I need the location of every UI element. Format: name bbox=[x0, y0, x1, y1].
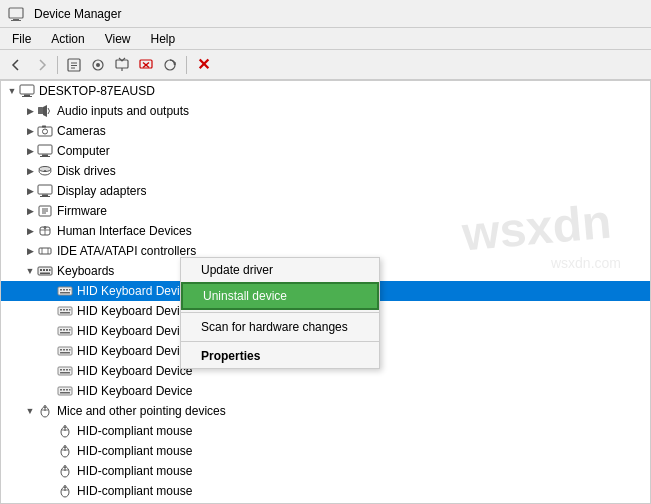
mouse-icon-2 bbox=[57, 443, 73, 459]
kbd5-expand-icon bbox=[43, 364, 57, 378]
kbd5-label: HID Keyboard Device bbox=[77, 364, 192, 378]
keyboards-label: Keyboards bbox=[57, 264, 114, 278]
menu-help[interactable]: Help bbox=[143, 30, 184, 48]
tree-audio[interactable]: ▶ Audio inputs and outputs bbox=[1, 101, 650, 121]
svg-rect-67 bbox=[60, 349, 62, 351]
svg-rect-62 bbox=[63, 329, 65, 331]
toolbar-properties-btn[interactable] bbox=[63, 54, 85, 76]
svg-rect-57 bbox=[66, 309, 68, 311]
svg-rect-81 bbox=[66, 389, 68, 391]
ide-label: IDE ATA/ATAPI controllers bbox=[57, 244, 196, 258]
keyboard-icon-2 bbox=[57, 303, 73, 319]
menu-view[interactable]: View bbox=[97, 30, 139, 48]
context-scan-hardware[interactable]: Scan for hardware changes bbox=[181, 315, 379, 339]
svg-rect-54 bbox=[58, 307, 72, 315]
tree-mouse3[interactable]: HID-compliant mouse bbox=[1, 461, 650, 481]
mouse4-label: HID-compliant mouse bbox=[77, 484, 192, 498]
svg-rect-64 bbox=[69, 329, 71, 331]
toolbar-back-btn[interactable] bbox=[6, 54, 28, 76]
svg-rect-68 bbox=[63, 349, 65, 351]
app-icon bbox=[8, 6, 24, 22]
mouse-icon-3 bbox=[57, 463, 73, 479]
svg-rect-59 bbox=[60, 312, 70, 314]
svg-rect-78 bbox=[58, 387, 72, 395]
title-bar: Device Manager bbox=[0, 0, 651, 28]
kbd1-expand-icon bbox=[43, 284, 57, 298]
ide-expand-icon: ▶ bbox=[23, 244, 37, 258]
toolbar-sep-2 bbox=[186, 56, 187, 74]
context-menu: Update driver Uninstall device Scan for … bbox=[180, 257, 380, 369]
svg-rect-80 bbox=[63, 389, 65, 391]
tree-display[interactable]: ▶ Display adapters bbox=[1, 181, 650, 201]
svg-rect-0 bbox=[9, 8, 23, 18]
svg-rect-28 bbox=[38, 185, 52, 194]
svg-rect-2 bbox=[11, 20, 21, 21]
tree-computer[interactable]: ▶ Computer bbox=[1, 141, 650, 161]
context-separator bbox=[181, 312, 379, 313]
toolbar-scan-btn[interactable] bbox=[159, 54, 181, 76]
tree-root[interactable]: ▼ DESKTOP-87EAUSD bbox=[1, 81, 650, 101]
kbd2-expand-icon bbox=[43, 304, 57, 318]
display-expand-icon: ▶ bbox=[23, 184, 37, 198]
tree-mouse1[interactable]: HID-compliant mouse bbox=[1, 421, 650, 441]
tree-mouse2[interactable]: HID-compliant mouse bbox=[1, 441, 650, 461]
svg-rect-30 bbox=[40, 196, 50, 197]
root-expand-icon: ▼ bbox=[5, 84, 19, 98]
tree-hid[interactable]: ▶ Human Interface Devices bbox=[1, 221, 650, 241]
kbd2-label: HID Keyboard Device bbox=[77, 304, 192, 318]
context-uninstall-device[interactable]: Uninstall device bbox=[181, 282, 379, 310]
tree-kbd6[interactable]: HID Keyboard Device bbox=[1, 381, 650, 401]
tree-mouse4[interactable]: HID-compliant mouse bbox=[1, 481, 650, 501]
menu-action[interactable]: Action bbox=[43, 30, 92, 48]
cameras-expand-icon: ▶ bbox=[23, 124, 37, 138]
tree-mice[interactable]: ▼ Mice and other pointing devices bbox=[1, 401, 650, 421]
svg-rect-49 bbox=[60, 289, 62, 291]
toolbar-forward-btn[interactable] bbox=[30, 54, 52, 76]
svg-rect-65 bbox=[60, 332, 70, 334]
svg-rect-56 bbox=[63, 309, 65, 311]
disk-expand-icon: ▶ bbox=[23, 164, 37, 178]
mouse1-expand-icon bbox=[43, 424, 57, 438]
tree-cameras[interactable]: ▶ Cameras bbox=[1, 121, 650, 141]
mouse4-expand-icon bbox=[43, 484, 57, 498]
svg-point-27 bbox=[44, 170, 46, 172]
firmware-label: Firmware bbox=[57, 204, 107, 218]
computer-label: Computer bbox=[57, 144, 110, 158]
svg-rect-23 bbox=[42, 155, 48, 157]
context-properties[interactable]: Properties bbox=[181, 344, 379, 368]
menu-file[interactable]: File bbox=[4, 30, 39, 48]
keyboard-icon-5 bbox=[57, 363, 73, 379]
menu-bar: File Action View Help bbox=[0, 28, 651, 50]
firmware-expand-icon: ▶ bbox=[23, 204, 37, 218]
svg-rect-22 bbox=[38, 145, 52, 154]
toolbar-remove-btn[interactable]: ✕ bbox=[192, 54, 214, 76]
svg-rect-63 bbox=[66, 329, 68, 331]
mouse3-expand-icon bbox=[43, 464, 57, 478]
toolbar-uninstall-btn[interactable] bbox=[135, 54, 157, 76]
tree-disk[interactable]: ▶ Disk drives bbox=[1, 161, 650, 181]
svg-rect-11 bbox=[140, 60, 152, 68]
keyboard-folder-icon bbox=[37, 263, 53, 279]
ide-icon bbox=[37, 243, 53, 259]
svg-rect-45 bbox=[46, 269, 48, 271]
svg-rect-24 bbox=[40, 156, 50, 157]
svg-rect-71 bbox=[60, 352, 70, 354]
svg-rect-44 bbox=[43, 269, 45, 271]
svg-rect-76 bbox=[69, 369, 71, 371]
keyboards-expand-icon: ▼ bbox=[23, 264, 37, 278]
svg-rect-61 bbox=[60, 329, 62, 331]
toolbar-sep-1 bbox=[57, 56, 58, 74]
svg-rect-70 bbox=[69, 349, 71, 351]
toolbar-show-hidden-btn[interactable] bbox=[87, 54, 109, 76]
hid-label: Human Interface Devices bbox=[57, 224, 192, 238]
svg-rect-18 bbox=[38, 107, 43, 114]
kbd1-label: HID Keyboard Device bbox=[77, 284, 192, 298]
svg-rect-66 bbox=[58, 347, 72, 355]
display-icon bbox=[37, 183, 53, 199]
svg-rect-48 bbox=[58, 287, 72, 295]
context-update-driver[interactable]: Update driver bbox=[181, 258, 379, 282]
toolbar-update-driver-btn[interactable] bbox=[111, 54, 133, 76]
mouse3-label: HID-compliant mouse bbox=[77, 464, 192, 478]
context-separator-2 bbox=[181, 341, 379, 342]
tree-firmware[interactable]: ▶ Firmware bbox=[1, 201, 650, 221]
